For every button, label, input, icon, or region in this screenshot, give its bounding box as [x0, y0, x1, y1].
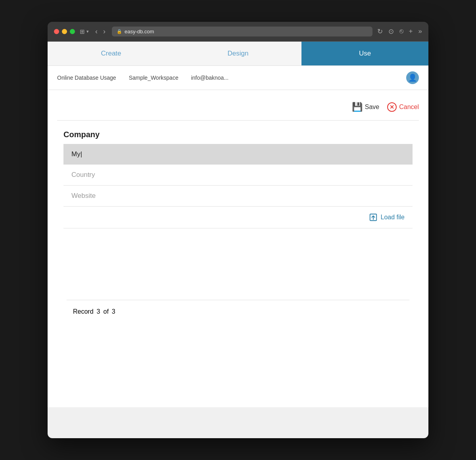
upload-icon	[369, 213, 378, 222]
company-input[interactable]: My|	[63, 144, 413, 165]
cancel-button[interactable]: ✕ Cancel	[387, 102, 419, 112]
avatar-icon: 👤	[408, 73, 417, 82]
record-footer: Record 3 of 3	[57, 300, 419, 323]
main-content: 💾 Save ✕ Cancel Company My|	[48, 90, 428, 407]
back-button[interactable]: ‹	[94, 27, 99, 36]
browser-chrome: ⊞ ▾ ‹ › 🔒 easy-db.com ↻ ⊙ ⎋ + »	[48, 22, 428, 42]
save-button[interactable]: 💾 Save	[352, 102, 379, 112]
user-email: info@baknoa...	[191, 75, 228, 81]
workspace-name: Sample_Workspace	[129, 75, 178, 81]
close-button[interactable]	[54, 29, 59, 34]
load-file-button[interactable]: Load file	[63, 207, 413, 228]
country-placeholder: Country	[71, 171, 95, 179]
fullscreen-button[interactable]	[70, 29, 75, 34]
extensions-button[interactable]: »	[418, 27, 422, 36]
tab-create[interactable]: Create	[48, 42, 175, 65]
load-file-label: Load file	[381, 214, 405, 221]
header-bar: Online Database Usage Sample_Workspace i…	[48, 66, 428, 90]
workspace-usage-label: Online Database Usage	[57, 75, 116, 81]
minimize-button[interactable]	[62, 29, 67, 34]
cancel-icon: ✕	[387, 102, 397, 112]
download-button[interactable]: ⊙	[388, 27, 394, 36]
traffic-lights	[54, 29, 75, 34]
record-label: Record	[73, 308, 94, 315]
tab-bar: Create Design Use	[48, 42, 428, 66]
toolbar: 💾 Save ✕ Cancel	[57, 98, 419, 121]
share-button[interactable]: ⎋	[399, 27, 403, 36]
record-current: 3	[97, 308, 100, 315]
chevron-down-icon: ▾	[86, 29, 89, 34]
browser-actions: ↻ ⊙ ⎋ + »	[377, 27, 422, 36]
avatar[interactable]: 👤	[406, 71, 419, 84]
url-display: easy-db.com	[125, 29, 154, 34]
tab-design[interactable]: Design	[175, 42, 301, 65]
spacer	[57, 228, 419, 300]
tab-use[interactable]: Use	[301, 42, 428, 65]
sidebar-toggle-button[interactable]: ⊞ ▾	[80, 28, 89, 35]
lock-icon: 🔒	[117, 29, 122, 34]
new-tab-button[interactable]: +	[409, 27, 413, 36]
page-content: Create Design Use Online Database Usage …	[48, 42, 428, 438]
sidebar-icon: ⊞	[80, 28, 85, 35]
nav-arrows: ‹ ›	[94, 27, 107, 36]
website-placeholder: Website	[71, 192, 96, 200]
company-value: My|	[71, 150, 82, 158]
record-of-label: of	[103, 308, 108, 315]
country-field[interactable]: Country	[63, 165, 413, 186]
form-section: Company My| Country Website	[57, 130, 419, 228]
save-icon: 💾	[352, 102, 363, 112]
browser-window: ⊞ ▾ ‹ › 🔒 easy-db.com ↻ ⊙ ⎋ + » Create D…	[48, 22, 428, 438]
forward-button[interactable]: ›	[102, 27, 107, 36]
address-bar[interactable]: 🔒 easy-db.com	[112, 27, 372, 36]
refresh-button[interactable]: ↻	[377, 27, 383, 36]
record-total: 3	[112, 308, 115, 315]
website-field[interactable]: Website	[63, 186, 413, 207]
company-label: Company	[63, 130, 413, 139]
main-wrapper: 💾 Save ✕ Cancel Company My|	[48, 90, 428, 407]
